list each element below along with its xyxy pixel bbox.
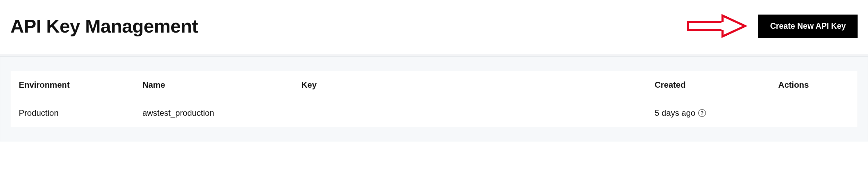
created-text: 5 days ago bbox=[654, 108, 695, 118]
table-header-row: Environment Name Key Created Actions bbox=[10, 71, 858, 99]
col-header-key: Key bbox=[293, 71, 646, 99]
table-row: Production awstest_production 5 days ago… bbox=[10, 99, 858, 127]
api-keys-table: Environment Name Key Created Actions Pro… bbox=[10, 71, 858, 127]
cell-created: 5 days ago ? bbox=[646, 99, 769, 127]
header-actions: Create New API Key bbox=[686, 14, 858, 38]
col-header-created: Created bbox=[646, 71, 769, 99]
help-icon[interactable]: ? bbox=[698, 109, 706, 117]
page-title: API Key Management bbox=[10, 15, 198, 37]
section-divider bbox=[0, 54, 868, 57]
content-panel: Environment Name Key Created Actions Pro… bbox=[0, 57, 868, 141]
svg-rect-0 bbox=[688, 22, 723, 30]
create-api-key-button[interactable]: Create New API Key bbox=[758, 15, 858, 38]
col-header-name: Name bbox=[134, 71, 293, 99]
col-header-actions: Actions bbox=[770, 71, 858, 99]
cell-actions bbox=[770, 99, 858, 127]
cell-environment: Production bbox=[10, 99, 134, 127]
page-header: API Key Management Create New API Key bbox=[0, 0, 868, 54]
col-header-environment: Environment bbox=[10, 71, 134, 99]
annotation-arrow-icon bbox=[686, 14, 749, 38]
cell-key bbox=[293, 99, 646, 127]
cell-name: awstest_production bbox=[134, 99, 293, 127]
